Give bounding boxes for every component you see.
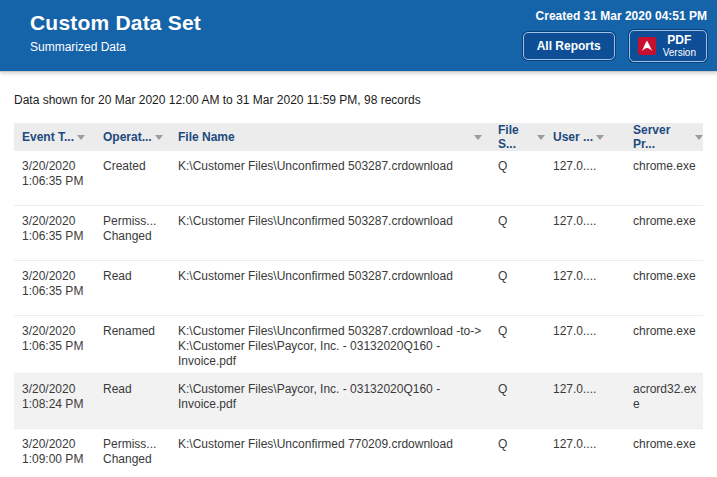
file-name-line: K:\Customer Files\Unconfirmed 503287.crd… [178,269,484,284]
operation-cell: Permiss... Changed [95,429,170,477]
file-size-cell: Q [490,429,545,477]
server-process-cell: chrome.exe [625,261,703,315]
file-name-line: K:\Customer Files\Unconfirmed 503287.crd… [178,159,484,174]
operation-cell: Permiss... Changed [95,206,170,260]
event-time-cell: 3/20/2020 1:06:35 PM [14,316,95,373]
column-label: File S... [498,123,534,151]
server-process-cell: chrome.exe [625,429,703,477]
column-label: File Name [178,130,235,144]
filter-dropdown-icon[interactable] [537,135,545,140]
column-header-server-process[interactable]: Server Pr... [625,123,703,151]
events-table: Event T... Operat... File Name File S...… [14,123,703,477]
column-label: Server Pr... [633,123,692,151]
table-row: 3/20/2020 1:06:35 PM Renamed K:\Customer… [14,316,703,374]
file-name-cell: K:\Customer Files\Paycor, Inc. - 0313202… [170,374,490,428]
operation-cell: Renamed [95,316,170,373]
pdf-button-text: PDF Version [663,34,696,58]
operation-cell: Created [95,151,170,205]
filter-dropdown-icon[interactable] [155,135,163,140]
file-name-line: K:\Customer Files\Paycor, Inc. - 0313202… [178,339,484,354]
column-header-event-time[interactable]: Event T... [14,130,95,144]
pdf-label: PDF [667,34,691,47]
user-cell: 127.0.... [545,374,625,428]
table-row: 3/20/2020 1:06:35 PM Created K:\Customer… [14,151,703,206]
created-timestamp: Created 31 Mar 2020 04:51 PM [523,9,707,23]
filter-dropdown-icon[interactable] [695,135,703,140]
operation-cell: Read [95,374,170,428]
user-cell: 127.0.... [545,429,625,477]
report-header-right: Created 31 Mar 2020 04:51 PM All Reports… [523,0,717,71]
filter-dropdown-icon[interactable] [474,135,482,140]
table-row: 3/20/2020 1:08:24 PM Read K:\Customer Fi… [14,374,703,429]
operation-cell: Read [95,261,170,315]
user-cell: 127.0.... [545,151,625,205]
server-process-cell: chrome.exe [625,151,703,205]
file-name-cell: K:\Customer Files\Unconfirmed 770209.crd… [170,429,490,477]
column-label: Event T... [22,130,74,144]
event-time-cell: 3/20/2020 1:09:00 PM [14,429,95,477]
page-title: Custom Data Set [30,11,201,35]
file-size-cell: Q [490,261,545,315]
user-cell: 127.0.... [545,261,625,315]
user-cell: 127.0.... [545,206,625,260]
data-range-summary: Data shown for 20 Mar 2020 12:00 AM to 3… [14,93,717,107]
all-reports-label: All Reports [537,39,601,53]
file-size-cell: Q [490,316,545,373]
event-time-cell: 3/20/2020 1:06:35 PM [14,151,95,205]
table-header-row: Event T... Operat... File Name File S...… [14,123,703,151]
file-name-line: Invoice.pdf [178,354,484,369]
file-name-cell: K:\Customer Files\Unconfirmed 503287.crd… [170,261,490,315]
column-header-user[interactable]: User ... [545,130,625,144]
pdf-sublabel: Version [663,47,696,58]
file-name-line: K:\Customer Files\Paycor, Inc. - 0313202… [178,382,484,397]
file-name-line: K:\Customer Files\Unconfirmed 503287.crd… [178,324,484,339]
pdf-version-button[interactable]: PDF Version [629,30,707,62]
column-header-file-size[interactable]: File S... [490,123,545,151]
event-time-cell: 3/20/2020 1:06:35 PM [14,261,95,315]
table-row: 3/20/2020 1:06:35 PM Read K:\Customer Fi… [14,261,703,316]
column-label: User ... [553,130,593,144]
event-time-cell: 3/20/2020 1:08:24 PM [14,374,95,428]
report-header: Custom Data Set Summarized Data Created … [0,0,717,72]
file-size-cell: Q [490,151,545,205]
file-name-cell: K:\Customer Files\Unconfirmed 503287.crd… [170,206,490,260]
filter-dropdown-icon[interactable] [77,135,85,140]
file-name-cell: K:\Customer Files\Unconfirmed 503287.crd… [170,151,490,205]
event-time-cell: 3/20/2020 1:06:35 PM [14,206,95,260]
column-label: Operat... [103,130,152,144]
report-title-block: Custom Data Set Summarized Data [0,0,201,71]
table-row: 3/20/2020 1:09:00 PM Permiss... Changed … [14,429,703,477]
header-buttons: All Reports PDF Version [523,30,707,62]
user-cell: 127.0.... [545,316,625,373]
file-name-line: K:\Customer Files\Unconfirmed 503287.crd… [178,214,484,229]
pdf-icon [638,37,656,55]
file-name-cell: K:\Customer Files\Unconfirmed 503287.crd… [170,316,490,373]
column-header-file-name[interactable]: File Name [170,130,490,144]
server-process-cell: chrome.exe [625,316,703,373]
table-row: 3/20/2020 1:06:35 PM Permiss... Changed … [14,206,703,261]
server-process-cell: chrome.exe [625,206,703,260]
file-size-cell: Q [490,206,545,260]
file-size-cell: Q [490,374,545,428]
page-subtitle: Summarized Data [30,40,201,54]
file-name-line: K:\Customer Files\Unconfirmed 770209.crd… [178,437,484,452]
server-process-cell: acrord32.exe [625,374,703,428]
all-reports-button[interactable]: All Reports [523,32,615,60]
filter-dropdown-icon[interactable] [596,135,604,140]
file-name-line: Invoice.pdf [178,397,484,412]
column-header-operation[interactable]: Operat... [95,130,170,144]
